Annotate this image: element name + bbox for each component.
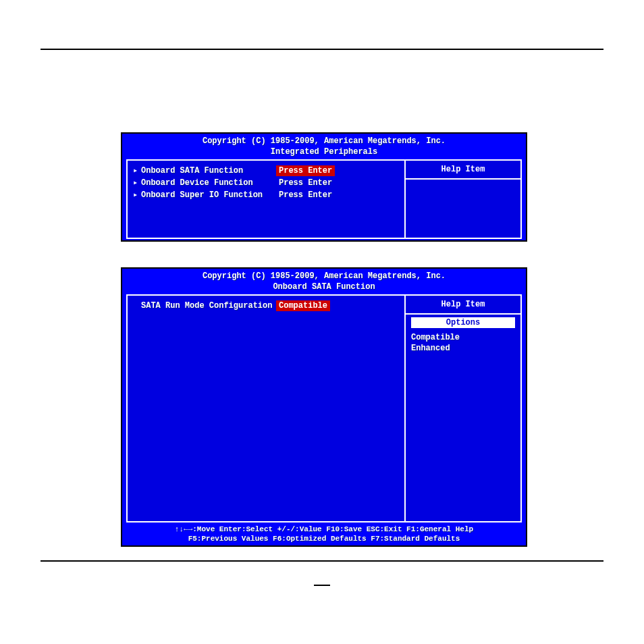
menu-item-onboard-super-io[interactable]: ▸ Onboard Super IO Function Press Enter — [133, 189, 399, 201]
menu-value: Press Enter — [276, 165, 335, 176]
submenu-arrow-icon: ▸ — [133, 178, 141, 188]
footer-line-1: ↑↓←→:Move Enter:Select +/-/:Value F10:Sa… — [129, 525, 519, 534]
menu-item-onboard-device[interactable]: ▸ Onboard Device Function Press Enter — [133, 177, 399, 189]
menu-value: Compatible — [276, 300, 330, 311]
menu-label: Onboard SATA Function — [141, 165, 276, 176]
screen-title: Onboard SATA Function — [122, 282, 526, 294]
submenu-arrow-icon: ▸ — [133, 190, 141, 200]
bios-screen-onboard-sata: Copyright (C) 1985-2009, American Megatr… — [121, 267, 527, 547]
menu-value: Press Enter — [276, 178, 335, 188]
page-number-area — [0, 576, 644, 589]
menu-label: SATA Run Mode Configuration — [141, 300, 276, 311]
page-number-underline — [314, 585, 330, 586]
menu-label: Onboard Device Function — [141, 178, 276, 188]
submenu-arrow-icon: ▸ — [133, 165, 141, 176]
bios-main-panel: SATA Run Mode Configuration Compatible — [128, 296, 406, 521]
bios-screen-integrated-peripherals: Copyright (C) 1985-2009, American Megatr… — [121, 132, 527, 242]
horizontal-rule-top — [41, 49, 603, 50]
bios-body: ▸ Onboard SATA Function Press Enter ▸ On… — [126, 159, 522, 239]
menu-item-onboard-sata[interactable]: ▸ Onboard SATA Function Press Enter — [133, 165, 399, 177]
copyright-header: Copyright (C) 1985-2009, American Megatr… — [122, 269, 526, 282]
copyright-header: Copyright (C) 1985-2009, American Megatr… — [122, 134, 526, 147]
bios-main-panel: ▸ Onboard SATA Function Press Enter ▸ On… — [128, 161, 406, 238]
help-title: Help Item — [406, 296, 520, 315]
menu-item-sata-run-mode[interactable]: SATA Run Mode Configuration Compatible — [133, 300, 399, 312]
bios-body: SATA Run Mode Configuration Compatible H… — [126, 294, 522, 522]
help-panel: Help Item — [406, 161, 520, 238]
option-compatible[interactable]: Compatible — [406, 332, 520, 343]
help-content — [406, 180, 520, 188]
footer-line-2: F5:Previous Values F6:Optimized Defaults… — [129, 534, 519, 543]
horizontal-rule-bottom — [41, 560, 603, 562]
screen-title: Integrated Peripherals — [122, 147, 526, 159]
options-header: Options — [411, 317, 515, 328]
option-enhanced[interactable]: Enhanced — [406, 343, 520, 354]
help-title: Help Item — [406, 161, 520, 180]
menu-value: Press Enter — [276, 190, 335, 200]
bios-footer: ↑↓←→:Move Enter:Select +/-/:Value F10:Sa… — [122, 522, 526, 546]
menu-label: Onboard Super IO Function — [141, 190, 276, 200]
help-panel: Help Item Options Compatible Enhanced — [406, 296, 520, 521]
